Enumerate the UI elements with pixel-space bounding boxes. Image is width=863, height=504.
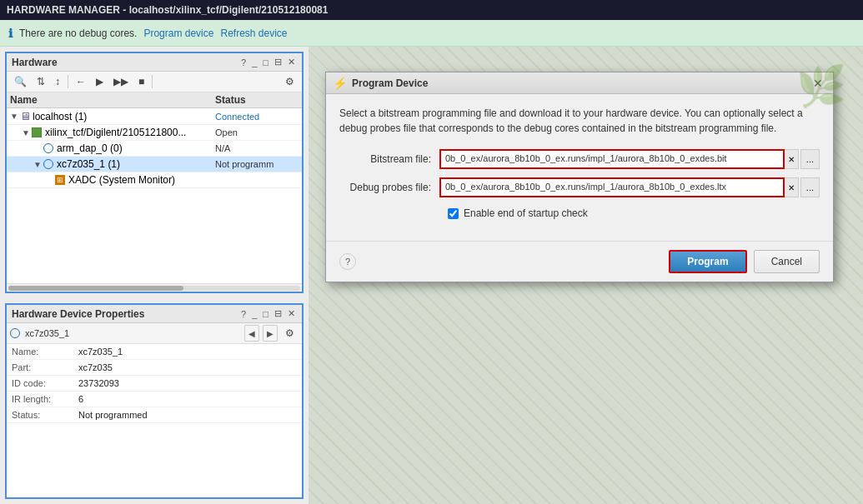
- dialog-title-text: Program Device: [352, 77, 428, 89]
- tree-row-xilinx-tcf[interactable]: ▼ xilinx_tcf/Digilent/2105121800... Open: [7, 125, 302, 141]
- scrollbar-track[interactable]: [8, 286, 300, 291]
- hardware-panel-restore-btn[interactable]: ⊟: [273, 56, 283, 68]
- program-device-link[interactable]: Program device: [143, 27, 213, 39]
- right-area: ⚡ Program Device ✕ Select a bitstream pr…: [309, 47, 863, 504]
- prop-value-idcode: 23732093: [73, 376, 302, 392]
- prop-label-part: Part:: [7, 360, 73, 376]
- prop-row-idcode: ID code: 23732093: [7, 376, 302, 392]
- debug-probes-clear-btn[interactable]: ✕: [785, 177, 799, 197]
- hdp-nav-forward-btn[interactable]: ▶: [263, 325, 278, 342]
- toolbar-sep2: [152, 75, 153, 88]
- hdp-panel-minimize-btn[interactable]: _: [250, 308, 258, 320]
- globe-icon-arm: [43, 143, 53, 153]
- tree-row-xadc[interactable]: ⊞ XADC (System Monitor): [7, 172, 302, 188]
- debug-probes-input[interactable]: 0b_0_ex/aurora_8b10b_0_ex.runs/impl_1/au…: [439, 177, 785, 197]
- title-bar: HARDWARE MANAGER - localhost/xilinx_tcf/…: [0, 0, 863, 20]
- hdp-panel-title: Hardware Device Properties: [12, 308, 144, 320]
- hardware-panel-header: Hardware ? _ □ ⊟ ✕: [7, 53, 302, 72]
- search-btn[interactable]: 🔍: [10, 73, 31, 90]
- computer-icon: 🖥: [20, 110, 31, 122]
- program-btn[interactable]: Program: [669, 250, 746, 273]
- dialog-title-icon: ⚡: [333, 77, 347, 90]
- hdp-panel-maximize-btn[interactable]: □: [261, 308, 270, 320]
- debug-probes-browse-btn[interactable]: ...: [800, 177, 820, 197]
- hardware-panel-maximize-btn[interactable]: □: [261, 57, 270, 68]
- dialog-footer: ? Program Cancel: [326, 241, 833, 282]
- hardware-panel-close-btn[interactable]: ✕: [286, 56, 297, 68]
- stop-btn[interactable]: ■: [134, 73, 148, 90]
- refresh-device-link[interactable]: Refresh device: [220, 27, 287, 39]
- bitstream-clear-icon: ✕: [788, 155, 795, 164]
- expand-xc7z-icon[interactable]: ▼: [33, 160, 42, 169]
- hdp-panel-close-btn[interactable]: ✕: [286, 307, 297, 320]
- prop-value-status: Not programmed: [73, 407, 302, 423]
- xadc-icon: ⊞: [55, 175, 65, 185]
- debug-probes-row: Debug probes file: 0b_0_ex/aurora_8b10b_…: [339, 177, 820, 197]
- tree-cell-name-localhost: ▼ 🖥 localhost (1): [10, 110, 215, 122]
- hdp-nav-back-btn[interactable]: ◀: [244, 325, 259, 342]
- tree-cell-name-xilinx: ▼ xilinx_tcf/Digilent/2105121800...: [22, 127, 215, 138]
- settings-btn[interactable]: ⚙: [281, 73, 299, 90]
- localhost-label: localhost (1): [33, 111, 87, 122]
- bitstream-clear-btn[interactable]: ✕: [785, 149, 799, 169]
- arm-status: N/A: [215, 143, 299, 153]
- hardware-panel: Hardware ? _ □ ⊟ ✕ 🔍 ⇅ ↕ ← ▶ ▶▶ ■ ⚙: [5, 52, 304, 293]
- prop-row-irlength: IR length: 6: [7, 392, 302, 407]
- collapse-all-btn[interactable]: ⇅: [33, 73, 49, 90]
- bitstream-browse-btn[interactable]: ...: [800, 149, 820, 169]
- props-table: Name: xc7z035_1 Part: xc7z035 ID code: 2…: [7, 344, 302, 423]
- prop-value-part: xc7z035: [73, 360, 302, 376]
- tree-cell-name-xc7z: ▼ xc7z035_1 (1): [33, 158, 215, 170]
- prop-label-idcode: ID code:: [7, 376, 73, 392]
- tree-row-arm-dap[interactable]: arm_dap_0 (0) N/A: [7, 141, 302, 157]
- hardware-panel-minimize-btn[interactable]: _: [250, 57, 258, 68]
- bitstream-label: Bitstream file:: [339, 153, 439, 165]
- dialog-title-area: ⚡ Program Device: [333, 77, 428, 90]
- xc7z-label: xc7z035_1 (1): [57, 158, 120, 170]
- hdp-nav: xc7z035_1 ◀ ▶ ⚙: [7, 323, 302, 344]
- hdp-settings-btn[interactable]: ⚙: [281, 325, 299, 342]
- back-btn[interactable]: ←: [72, 73, 90, 90]
- chip-icon: [32, 127, 42, 137]
- cancel-btn[interactable]: Cancel: [754, 250, 820, 273]
- hardware-panel-controls: ? _ □ ⊟ ✕: [239, 56, 297, 68]
- props-scroll: Name: xc7z035_1 Part: xc7z035 ID code: 2…: [7, 344, 302, 497]
- prop-value-irlength: 6: [73, 392, 302, 407]
- xilinx-status: Open: [215, 127, 299, 137]
- dialog-help-btn[interactable]: ?: [339, 253, 356, 270]
- hdp-panel-help-btn[interactable]: ?: [239, 308, 248, 320]
- startup-check-label[interactable]: Enable end of startup check: [464, 207, 588, 219]
- tree-col-status: Status: [215, 94, 299, 106]
- left-panel: Hardware ? _ □ ⊟ ✕ 🔍 ⇅ ↕ ← ▶ ▶▶ ■ ⚙: [0, 47, 309, 504]
- expand-btn[interactable]: ↕: [51, 73, 64, 90]
- vivado-watermark: 🌿: [796, 63, 846, 110]
- app-title: HARDWARE MANAGER - localhost/xilinx_tcf/…: [7, 4, 328, 16]
- dialog-overlay: ⚡ Program Device ✕ Select a bitstream pr…: [309, 47, 863, 504]
- scrollbar-thumb[interactable]: [8, 286, 183, 291]
- hdp-nav-controls: ◀ ▶ ⚙: [244, 325, 299, 342]
- hardware-scrollbar[interactable]: [7, 283, 302, 292]
- xadc-label: XADC (System Monitor): [68, 174, 175, 186]
- hardware-tree: Name Status ▼ 🖥 localhost (1) Connected …: [7, 92, 302, 283]
- prop-value-name: xc7z035_1: [73, 344, 302, 360]
- expand-xilinx-icon[interactable]: ▼: [22, 128, 30, 137]
- hardware-panel-help-btn[interactable]: ?: [239, 57, 248, 68]
- bitstream-input[interactable]: 0b_0_ex/aurora_8b10b_0_ex.runs/impl_1/au…: [439, 149, 785, 169]
- xilinx-label: xilinx_tcf/Digilent/2105121800...: [45, 127, 186, 138]
- dialog-description: Select a bitstream programming file and …: [339, 106, 820, 136]
- expand-localhost-icon[interactable]: ▼: [10, 112, 18, 121]
- debug-probes-label: Debug probes file:: [339, 182, 439, 193]
- hdp-panel-header: Hardware Device Properties ? _ □ ⊟ ✕: [7, 305, 302, 323]
- hdp-panel-restore-btn[interactable]: ⊟: [273, 307, 283, 320]
- prop-row-part: Part: xc7z035: [7, 360, 302, 376]
- hardware-toolbar: 🔍 ⇅ ↕ ← ▶ ▶▶ ■ ⚙: [7, 72, 302, 92]
- tree-row-xc7z035[interactable]: ▼ xc7z035_1 (1) Not programm: [7, 157, 302, 172]
- forward-btn[interactable]: ▶▶: [109, 73, 133, 90]
- tree-row-localhost[interactable]: ▼ 🖥 localhost (1) Connected: [7, 108, 302, 125]
- xc7z-status: Not programm: [215, 159, 299, 169]
- startup-check-checkbox[interactable]: [448, 208, 459, 219]
- prop-label-status: Status:: [7, 407, 73, 423]
- play-btn[interactable]: ▶: [92, 73, 108, 90]
- dialog-body: Select a bitstream programming file and …: [326, 94, 833, 241]
- prop-label-irlength: IR length:: [7, 392, 73, 407]
